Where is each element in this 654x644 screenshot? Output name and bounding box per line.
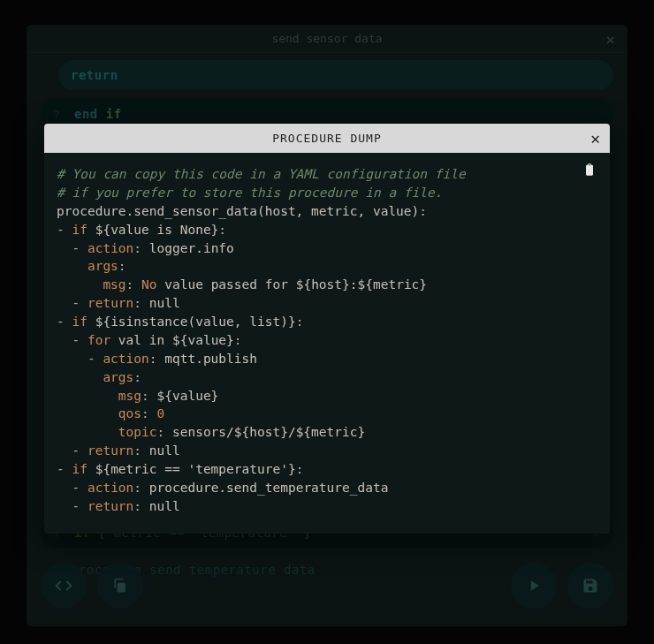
modal-close-button[interactable]: ✕ bbox=[590, 129, 601, 148]
modal-title: PROCEDURE DUMP bbox=[272, 132, 382, 145]
modal-header: PROCEDURE DUMP ✕ bbox=[44, 124, 610, 153]
procedure-dump-modal: PROCEDURE DUMP ✕ # You can copy this cod… bbox=[44, 124, 610, 534]
copy-code-button[interactable] bbox=[580, 160, 599, 179]
modal-body: # You can copy this code in a YAML confi… bbox=[44, 153, 610, 534]
code-dump[interactable]: # You can copy this code in a YAML confi… bbox=[57, 165, 597, 516]
clipboard-icon bbox=[582, 162, 597, 178]
